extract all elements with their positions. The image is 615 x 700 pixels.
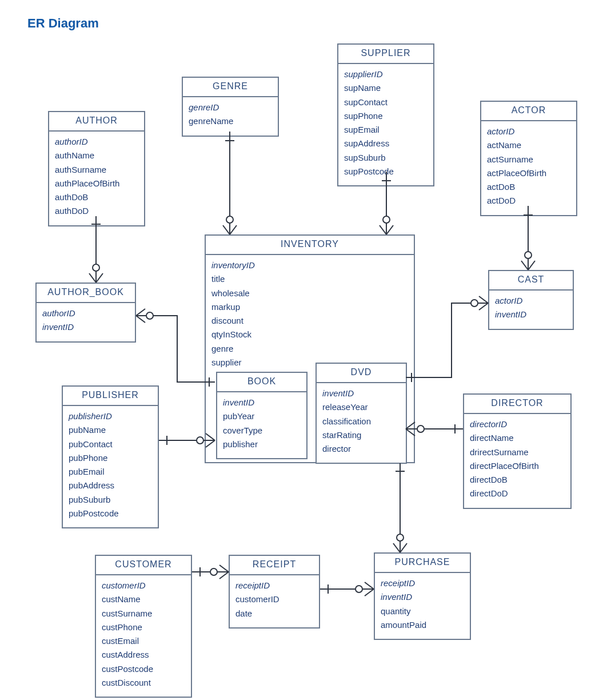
attr: coverType: [223, 425, 301, 439]
attr: inventID: [495, 309, 567, 323]
entity-director-attrs: directorID directName drirectSurname dir…: [464, 414, 570, 508]
svg-line-41: [400, 543, 407, 552]
entity-author-attrs: authorID authName authSurname authPlaceO…: [49, 132, 144, 225]
attr: actDoD: [487, 195, 570, 209]
svg-line-16: [380, 225, 386, 234]
entity-inventory-attrs: inventoryID title wholesale markup disco…: [206, 255, 414, 376]
attr: actName: [487, 140, 570, 153]
entity-genre: GENRE genreID genreName: [182, 77, 279, 137]
attr: directorID: [470, 419, 565, 432]
attr: wholesale: [211, 288, 408, 301]
page-title: ER Diagram: [27, 16, 99, 31]
attr: pubYear: [223, 411, 301, 424]
svg-line-51: [219, 572, 229, 579]
entity-book-attrs: inventID pubYear coverType publisher: [217, 392, 306, 458]
entity-cast: CAST actorID inventID: [488, 270, 574, 330]
svg-line-17: [386, 225, 393, 234]
attr: supSuburb: [344, 152, 428, 166]
entity-purchase-attrs: receiptID inventID quantity amountPaid: [375, 573, 470, 639]
svg-point-23: [525, 252, 532, 258]
svg-point-52: [210, 568, 217, 575]
svg-line-5: [136, 309, 145, 316]
attr: custSurname: [102, 608, 185, 622]
entity-genre-attrs: genreID genreName: [183, 97, 278, 136]
attr: markup: [211, 301, 408, 315]
attr: custAddress: [102, 649, 185, 663]
entity-receipt: RECEIPT receiptID customerID date: [229, 555, 320, 629]
attr: directPlaceOfBirth: [470, 460, 565, 474]
entity-author-book: AUTHOR_BOOK authorID inventID: [35, 283, 136, 343]
attr: publisher: [223, 439, 301, 452]
entity-actor-title: ACTOR: [481, 102, 576, 121]
attr: customerID: [102, 580, 185, 594]
svg-line-11: [223, 225, 230, 234]
attr: director: [322, 443, 400, 457]
entity-supplier-attrs: supplierID supName supContact supPhone s…: [338, 64, 433, 185]
entity-dvd: DVD inventID releaseYear classification …: [316, 363, 407, 464]
attr: supAddress: [344, 138, 428, 152]
attr: receiptID: [381, 578, 464, 591]
attr: quantity: [381, 606, 464, 619]
attr: pubSuburb: [69, 494, 152, 508]
attr: genre: [211, 343, 408, 357]
entity-director: DIRECTOR directorID directName drirectSu…: [463, 393, 572, 509]
attr: classification: [322, 416, 400, 429]
svg-point-7: [146, 312, 153, 319]
attr: starRating: [322, 429, 400, 443]
entity-author: AUTHOR authorID authName authSurname aut…: [48, 111, 145, 226]
entity-publisher-attrs: publisherID pubName pubContact pubPhone …: [63, 406, 158, 527]
svg-line-12: [230, 225, 237, 234]
svg-line-25: [479, 303, 488, 310]
attr: actPlaceOfBirth: [487, 168, 570, 181]
attr: inventID: [42, 321, 129, 335]
attr: pubPhone: [69, 452, 152, 466]
attr: supplierID: [344, 69, 428, 82]
svg-line-21: [521, 261, 528, 270]
entity-actor-attrs: actorID actName actSurname actPlaceOfBir…: [481, 121, 576, 215]
attr: amountPaid: [381, 619, 464, 633]
svg-point-13: [226, 216, 233, 223]
attr: publisherID: [69, 411, 152, 424]
entity-author-book-attrs: authorID inventID: [37, 303, 135, 341]
attr: genreName: [189, 116, 272, 129]
entity-inventory-title: INVENTORY: [206, 236, 414, 255]
attr: authName: [55, 150, 138, 164]
svg-point-42: [397, 534, 404, 541]
svg-line-40: [393, 543, 400, 552]
attr: pubEmail: [69, 466, 152, 480]
attr: custPhone: [102, 622, 185, 635]
attr: genreID: [189, 102, 272, 116]
entity-inventory: INVENTORY inventoryID title wholesale ma…: [205, 234, 415, 463]
entity-publisher: PUBLISHER publisherID pubName pubContact…: [62, 385, 159, 528]
attr: inventID: [223, 397, 301, 411]
svg-line-3: [96, 273, 103, 283]
entity-book-title: BOOK: [217, 373, 306, 392]
attr: pubContact: [69, 439, 152, 452]
attr: title: [211, 273, 408, 287]
entity-supplier-title: SUPPLIER: [338, 45, 433, 64]
attr: supEmail: [344, 124, 428, 138]
attr: pubAddress: [69, 480, 152, 494]
entity-cast-attrs: actorID inventID: [489, 291, 573, 329]
attr: releaseYear: [322, 401, 400, 415]
entity-publisher-title: PUBLISHER: [63, 387, 158, 406]
entity-purchase: PURCHASE receiptID inventID quantity amo…: [374, 552, 471, 640]
attr: custPostcode: [102, 663, 185, 677]
attr: supPostcode: [344, 166, 428, 180]
entity-receipt-attrs: receiptID customerID date: [230, 575, 319, 627]
svg-point-37: [197, 437, 203, 444]
attr: directDoB: [470, 474, 565, 488]
attr: pubPostcode: [69, 508, 152, 522]
entity-dvd-attrs: inventID releaseYear classification star…: [317, 383, 406, 463]
entity-purchase-title: PURCHASE: [375, 554, 470, 573]
svg-point-4: [93, 264, 99, 271]
entity-director-title: DIRECTOR: [464, 395, 570, 414]
entity-receipt-title: RECEIPT: [230, 556, 319, 575]
attr: custDiscount: [102, 677, 185, 691]
attr: authorID: [55, 136, 138, 150]
attr: custName: [102, 594, 185, 607]
entity-supplier: SUPPLIER supplierID supName supContact s…: [337, 43, 434, 186]
attr: directDoD: [470, 488, 565, 502]
entity-customer-attrs: customerID custName custSurname custPhon…: [96, 575, 191, 697]
attr: pubName: [69, 424, 152, 438]
